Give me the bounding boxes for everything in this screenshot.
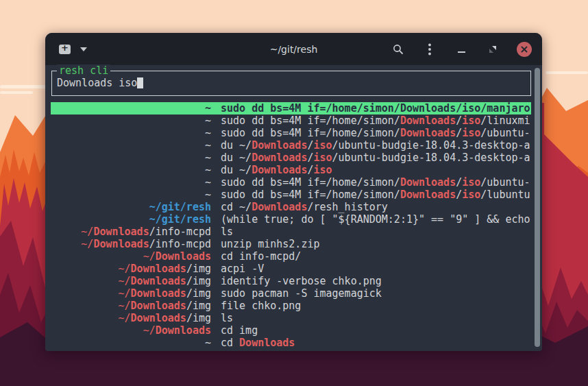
text-segment: sudo dd bs=4M if=/home/simon/ (221, 114, 400, 127)
text-segment: Downloads (239, 337, 295, 349)
text-segment: (while true; do [ "${RANDOM:2:1}" == "9"… (221, 213, 530, 226)
row-directory: ~/Downloads/img (51, 300, 211, 312)
text-segment: sudo dd bs=4M if=/home/simon/ (221, 176, 400, 189)
titlebar[interactable]: ~/git/resh (45, 33, 542, 65)
row-directory: ~ (51, 114, 211, 127)
text-segment: ~ (205, 152, 211, 164)
text-segment: iso (313, 152, 332, 164)
row-directory: ~/Downloads (51, 324, 211, 337)
history-row[interactable]: ~/Downloads/info-mcpdunzip minhs2.zip (51, 238, 531, 250)
text-segment: sudo dd bs=4M if=/home/simon/ (221, 127, 400, 139)
text-segment: /linuxmi (480, 114, 530, 127)
text-segment: du ~/ (221, 139, 252, 152)
text-segment: Downloads (93, 238, 149, 250)
text-segment: Downloads (131, 263, 186, 275)
history-row[interactable]: ~du ~/Downloads/iso/ubuntu-budgie-18.04.… (51, 152, 531, 164)
history-row[interactable]: ~/Downloadscd info-mcpd/ (51, 250, 531, 263)
text-segment: ls (221, 312, 233, 324)
row-directory: ~/Downloads/img (51, 263, 211, 275)
text-segment: Downloads (400, 114, 456, 127)
text-segment: /img (186, 300, 211, 312)
row-command: sudo dd bs=4M if=/home/simon/Downloads/i… (221, 114, 531, 127)
history-row[interactable]: ~sudo dd bs=4M if=/home/simon/Downloads/… (51, 176, 531, 189)
text-segment: /lubuntu (480, 189, 530, 201)
history-row[interactable]: ~/Downloads/imgfile chko.png (51, 300, 531, 312)
history-row-selected[interactable]: ~sudo dd bs=4M if=/home/simon/Downloads/… (51, 102, 531, 114)
text-segment: Downloads (400, 189, 456, 201)
row-directory: ~ (51, 102, 211, 114)
history-row[interactable]: ~/git/resh(while true; do [ "${RANDOM:2:… (51, 213, 531, 226)
text-segment: ~ (205, 139, 211, 152)
desktop: ~/git/resh (0, 0, 588, 386)
text-segment: / (456, 189, 462, 201)
row-directory: ~/Downloads/img (51, 275, 211, 287)
text-segment: /img (186, 263, 211, 275)
row-command: sudo dd bs=4M if=/home/simon/Downloads/i… (221, 127, 531, 139)
history-row[interactable]: ~/Downloadscd img (51, 324, 531, 337)
history-list: ~sudo dd bs=4M if=/home/simon/Downloads/… (45, 102, 542, 349)
history-row[interactable]: ~/Downloads/imgls (51, 312, 531, 324)
history-row[interactable]: ~/git/reshcd ~/Downloads/resh_history (51, 201, 531, 213)
text-segment: file chko.png (221, 300, 301, 312)
row-directory: ~/git/resh (51, 201, 211, 213)
row-directory: ~ (51, 127, 211, 139)
history-row[interactable]: ~du ~/Downloads/iso/ubuntu-budgie-18.04.… (51, 139, 531, 152)
text-segment: ~/ (119, 300, 131, 312)
row-command: cd info-mcpd/ (221, 250, 531, 263)
search-input[interactable]: Downloads iso (52, 71, 530, 89)
text-segment: cd info-mcpd/ (221, 250, 301, 263)
row-directory: ~ (51, 139, 211, 152)
text-segment: ~/ (119, 263, 131, 275)
row-command: (while true; do [ "${RANDOM:2:1}" == "9"… (221, 213, 531, 226)
text-segment: iso (313, 164, 332, 176)
text-segment: ~/ (81, 226, 93, 238)
text-segment: Downloads (156, 250, 211, 263)
text-segment: ~/ (119, 275, 131, 287)
close-button[interactable] (517, 42, 532, 57)
history-row[interactable]: ~sudo dd bs=4M if=/home/simon/Downloads/… (51, 127, 531, 139)
row-directory: ~/Downloads/info-mcpd (51, 238, 211, 250)
row-directory: ~/Downloads (51, 250, 211, 263)
text-segment: ~/git/resh (149, 201, 211, 213)
text-segment: unzip minhs2.zip (221, 238, 320, 250)
row-directory: ~ (51, 164, 211, 176)
row-directory: ~/git/resh (51, 213, 211, 226)
text-segment: ~ (205, 337, 211, 349)
row-directory: ~ (51, 176, 211, 189)
history-row[interactable]: ~/Downloads/imgacpi -V (51, 263, 531, 275)
history-row[interactable]: ~/Downloads/imgsudo pacman -S imagemagic… (51, 287, 531, 300)
history-row[interactable]: ~sudo dd bs=4M if=/home/simon/Downloads/… (51, 189, 531, 201)
text-segment: ~ (205, 176, 211, 189)
text-segment: /ubuntu- (480, 176, 530, 189)
text-segment: sudo dd bs=4M if=/home/simon/Downloads/i… (221, 102, 530, 114)
row-command: sudo dd bs=4M if=/home/simon/Downloads/i… (221, 176, 531, 189)
history-row[interactable]: ~sudo dd bs=4M if=/home/simon/Downloads/… (51, 114, 531, 127)
row-command: unzip minhs2.zip (221, 238, 531, 250)
text-cursor (137, 77, 143, 88)
scrollbar-thumb[interactable] (535, 68, 540, 347)
restore-button[interactable] (485, 42, 500, 57)
history-row[interactable]: ~/Downloads/imgidentify -verbose chko.pn… (51, 275, 531, 287)
history-row[interactable]: ~cd Downloads (51, 337, 531, 349)
text-segment: Downloads (400, 176, 456, 189)
menu-kebab-icon[interactable] (422, 42, 437, 57)
text-segment: iso (462, 127, 480, 139)
new-tab-icon[interactable] (59, 45, 71, 54)
history-row[interactable]: ~/Downloads/info-mcpdls (51, 226, 531, 238)
text-segment: Downloads (131, 312, 186, 324)
row-directory: ~ (51, 189, 211, 201)
text-segment: /img (186, 312, 211, 324)
text-segment: ~/ (119, 312, 131, 324)
resh-search-box[interactable]: resh cli Downloads iso (51, 71, 531, 96)
history-row[interactable]: ~du ~/Downloads/iso (51, 164, 531, 176)
text-segment: ~/ (81, 238, 93, 250)
text-segment: sudo pacman -S imagemagick (221, 287, 382, 300)
chevron-down-icon[interactable] (80, 47, 87, 51)
row-command: du ~/Downloads/iso/ubuntu-budgie-18.04.3… (221, 152, 531, 164)
search-icon[interactable] (391, 42, 406, 57)
text-segment: /img (186, 287, 211, 300)
terminal-window: ~/git/resh (45, 33, 542, 351)
text-segment: Downloads (252, 164, 307, 176)
minimize-button[interactable] (454, 42, 469, 57)
row-command: cd Downloads (221, 337, 531, 349)
